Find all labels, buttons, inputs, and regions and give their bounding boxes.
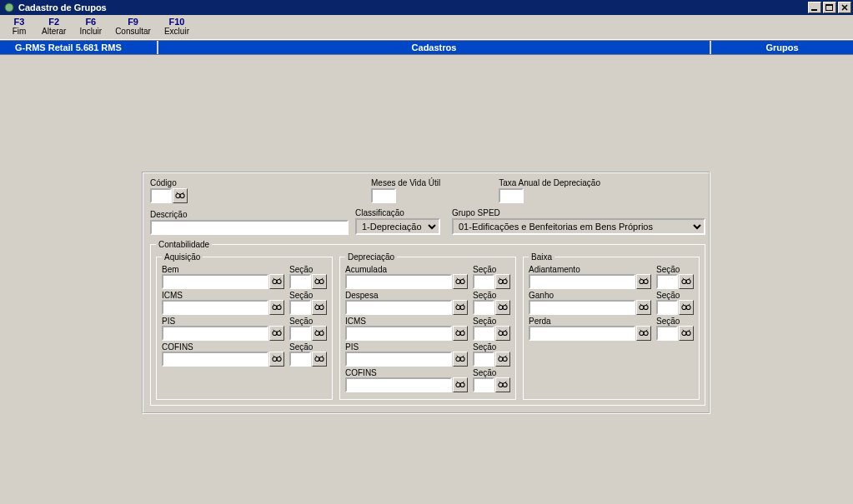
baixa-lookup-button[interactable] bbox=[636, 274, 651, 289]
depreciacao-secao-input[interactable] bbox=[473, 326, 494, 341]
svg-point-52 bbox=[682, 331, 686, 335]
aquisicao-input[interactable] bbox=[162, 326, 268, 341]
fieldset-contabilidade: Contabilidade Aquisição BemSeçãoICMSSeçã… bbox=[150, 240, 705, 406]
aquisicao-secao-input[interactable] bbox=[289, 274, 311, 289]
aquisicao-lookup-button[interactable] bbox=[269, 352, 284, 367]
svg-point-33 bbox=[503, 331, 507, 335]
svg-point-35 bbox=[460, 357, 464, 361]
descricao-input[interactable] bbox=[150, 220, 349, 235]
classificacao-label: Classificação bbox=[355, 208, 440, 217]
codigo-input[interactable] bbox=[150, 188, 172, 203]
menu-consultar[interactable]: F9 Consultar bbox=[108, 17, 158, 36]
aquisicao-secao-input[interactable] bbox=[289, 352, 311, 367]
aquisicao-secao-lookup-button[interactable] bbox=[312, 274, 327, 289]
close-button[interactable] bbox=[838, 2, 851, 13]
baixa-lookup-button[interactable] bbox=[636, 300, 651, 315]
svg-point-48 bbox=[682, 305, 686, 309]
baixa-secao-lookup-button[interactable] bbox=[679, 300, 694, 315]
svg-point-24 bbox=[499, 279, 503, 283]
svg-point-36 bbox=[499, 357, 503, 361]
minimize-button[interactable] bbox=[808, 2, 821, 13]
baixa-row: AdiantamentoSeção bbox=[529, 265, 694, 289]
depreciacao-input[interactable] bbox=[345, 274, 452, 289]
baixa-input[interactable] bbox=[529, 326, 635, 341]
depreciacao-label: Despesa bbox=[345, 291, 468, 300]
svg-point-53 bbox=[686, 331, 690, 335]
depreciacao-lookup-button[interactable] bbox=[453, 326, 468, 341]
depreciacao-secao-input[interactable] bbox=[473, 274, 494, 289]
depreciacao-input[interactable] bbox=[345, 326, 452, 341]
svg-point-34 bbox=[456, 357, 460, 361]
svg-point-6 bbox=[273, 279, 277, 283]
secao-label: Seção bbox=[289, 342, 327, 352]
depreciacao-input[interactable] bbox=[345, 377, 452, 392]
depreciacao-secao-lookup-button[interactable] bbox=[495, 274, 510, 289]
menu-alterar[interactable]: F2 Alterar bbox=[35, 17, 73, 36]
depreciacao-input[interactable] bbox=[345, 352, 452, 367]
svg-point-21 bbox=[319, 357, 324, 361]
depreciacao-secao-lookup-button[interactable] bbox=[495, 300, 510, 315]
breadcrumb-module: Cadastros bbox=[158, 41, 711, 54]
classificacao-select[interactable]: 1-Depreciação bbox=[355, 218, 440, 235]
baixa-secao-lookup-button[interactable] bbox=[679, 274, 694, 289]
depreciacao-secao-lookup-button[interactable] bbox=[495, 377, 510, 392]
baixa-lookup-button[interactable] bbox=[636, 326, 651, 341]
baixa-secao-lookup-button[interactable] bbox=[679, 326, 694, 341]
secao-label: Seção bbox=[656, 317, 694, 326]
baixa-secao-input[interactable] bbox=[656, 274, 678, 289]
baixa-input[interactable] bbox=[529, 300, 635, 315]
secao-label: Seção bbox=[656, 265, 694, 274]
maximize-button[interactable] bbox=[823, 2, 836, 13]
gruposped-select[interactable]: 01-Edificações e Benfeitorias em Bens Pr… bbox=[452, 218, 705, 235]
aquisicao-secao-lookup-button[interactable] bbox=[312, 300, 327, 315]
svg-point-12 bbox=[315, 305, 319, 309]
depreciacao-lookup-button[interactable] bbox=[453, 352, 468, 367]
menubar: F3 Fim F2 Alterar F6 Incluir F9 Consulta… bbox=[0, 15, 853, 40]
aquisicao-secao-input[interactable] bbox=[289, 326, 311, 341]
menu-fim[interactable]: F3 Fim bbox=[3, 17, 35, 36]
codigo-lookup-button[interactable] bbox=[173, 188, 188, 203]
aquisicao-row: PISSeção bbox=[162, 317, 327, 341]
aquisicao-input[interactable] bbox=[162, 352, 268, 367]
field-classificacao: Classificação 1-Depreciação bbox=[355, 208, 440, 235]
aquisicao-lookup-button[interactable] bbox=[269, 300, 284, 315]
depreciacao-lookup-button[interactable] bbox=[453, 274, 468, 289]
aquisicao-lookup-button[interactable] bbox=[269, 326, 284, 341]
menu-incluir[interactable]: F6 Incluir bbox=[73, 17, 108, 36]
depreciacao-input[interactable] bbox=[345, 300, 452, 315]
depreciacao-secao-input[interactable] bbox=[473, 377, 494, 392]
depreciacao-secao-input[interactable] bbox=[473, 300, 494, 315]
baixa-input[interactable] bbox=[529, 274, 635, 289]
aquisicao-secao-input[interactable] bbox=[289, 300, 311, 315]
aquisicao-label: COFINS bbox=[162, 342, 284, 352]
depreciacao-lookup-button[interactable] bbox=[453, 300, 468, 315]
depreciacao-label: COFINS bbox=[345, 368, 468, 377]
baixa-secao-input[interactable] bbox=[656, 300, 678, 315]
baixa-label: Adiantamento bbox=[529, 265, 651, 274]
field-gruposped: Grupo SPED 01-Edificações e Benfeitorias… bbox=[452, 208, 705, 235]
baixa-row: GanhoSeção bbox=[529, 291, 694, 315]
depreciacao-secao-input[interactable] bbox=[473, 352, 494, 367]
taxa-input[interactable] bbox=[499, 188, 524, 203]
app-icon bbox=[3, 2, 15, 13]
fieldset-aquisicao: Aquisição BemSeçãoICMSSeçãoPISSeçãoCOFIN… bbox=[156, 252, 333, 400]
svg-point-29 bbox=[503, 305, 507, 309]
menu-excluir[interactable]: F10 Excluir bbox=[158, 17, 196, 36]
baixa-secao-input[interactable] bbox=[656, 326, 678, 341]
svg-point-32 bbox=[499, 331, 503, 335]
aquisicao-secao-lookup-button[interactable] bbox=[312, 326, 327, 341]
svg-point-30 bbox=[456, 331, 460, 335]
meses-input[interactable] bbox=[371, 188, 396, 203]
svg-point-26 bbox=[456, 305, 460, 309]
aquisicao-secao-lookup-button[interactable] bbox=[312, 352, 327, 367]
svg-point-45 bbox=[686, 279, 690, 283]
svg-point-25 bbox=[503, 279, 507, 283]
aquisicao-input[interactable] bbox=[162, 300, 268, 315]
depreciacao-lookup-button[interactable] bbox=[453, 377, 468, 392]
aquisicao-lookup-button[interactable] bbox=[269, 274, 284, 289]
depreciacao-label: PIS bbox=[345, 342, 468, 352]
window-title: Cadastro de Grupos bbox=[18, 2, 107, 12]
depreciacao-secao-lookup-button[interactable] bbox=[495, 352, 510, 367]
aquisicao-input[interactable] bbox=[162, 274, 268, 289]
depreciacao-secao-lookup-button[interactable] bbox=[495, 326, 510, 341]
